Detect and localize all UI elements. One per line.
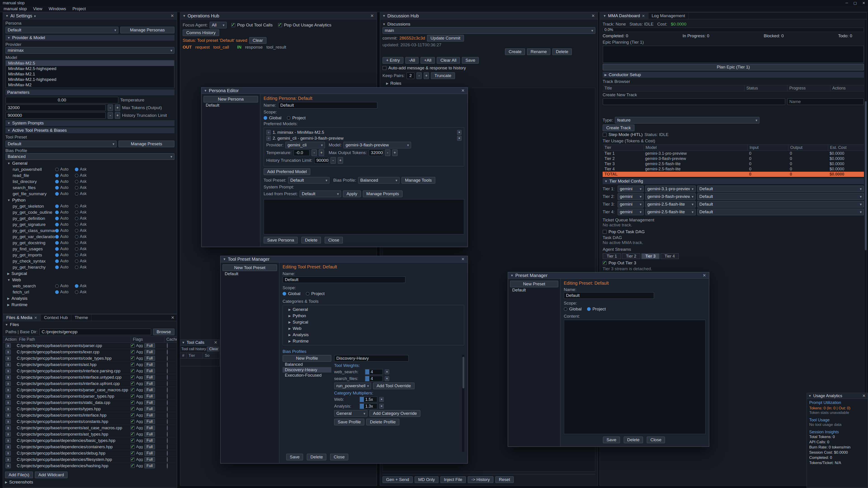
remove-file-button[interactable]: x: [5, 387, 11, 392]
log-kind-response[interactable]: response: [245, 45, 263, 50]
discussion-footer-button[interactable]: Gen + Send: [382, 476, 413, 483]
tier-model-select[interactable]: gemini-2.5-flash-lite: [645, 201, 696, 207]
close-icon[interactable]: [461, 88, 465, 93]
remove-file-button[interactable]: x: [5, 356, 11, 361]
log-kind-tool-call[interactable]: tool_call: [213, 45, 229, 50]
tier-preset-select[interactable]: Default: [697, 208, 864, 215]
increment-button[interactable]: +: [115, 112, 120, 119]
column-header[interactable]: Flags: [131, 337, 164, 342]
scrollbar[interactable]: [462, 355, 464, 452]
persona-select[interactable]: Default: [5, 27, 119, 33]
file-path[interactable]: C:/projects/gencpp/base/components/const…: [17, 419, 131, 424]
menu-item[interactable]: manual slop: [4, 6, 27, 11]
minimize-icon[interactable]: [845, 1, 848, 5]
multiplier-input[interactable]: 1.3x: [360, 403, 377, 409]
auto-radio[interactable]: [55, 217, 59, 220]
remove-file-button[interactable]: x: [5, 368, 11, 373]
log-kind-request[interactable]: request: [195, 45, 210, 50]
remove-file-button[interactable]: x: [5, 375, 11, 380]
scrollbar-thumb[interactable]: [463, 357, 464, 388]
scope-global-radio[interactable]: [283, 292, 286, 295]
full-button[interactable]: Full: [144, 400, 155, 405]
tab-theme[interactable]: Theme: [71, 315, 92, 321]
column-header[interactable]: Model: [643, 145, 747, 151]
agg-checkbox[interactable]: [131, 451, 135, 455]
agg-checkbox[interactable]: [131, 438, 135, 443]
new-profile-button[interactable]: New Profile: [283, 355, 331, 362]
cache-indicator-icon[interactable]: [167, 343, 168, 348]
model-option[interactable]: MiniMax-M2.5: [6, 61, 174, 66]
agg-checkbox[interactable]: [131, 369, 135, 373]
close-icon[interactable]: [170, 13, 175, 18]
full-button[interactable]: Full: [144, 445, 155, 449]
conductor-setup-section-header[interactable]: Conductor Setup: [602, 72, 864, 78]
clear-status-button[interactable]: Clear: [249, 37, 267, 44]
system-prompts-section-header[interactable]: System Prompts: [5, 120, 175, 126]
collapse-icon[interactable]: [183, 14, 186, 18]
bias-profile-select[interactable]: Balanced: [5, 153, 175, 160]
cache-indicator-icon[interactable]: [167, 375, 168, 380]
column-header[interactable]: Actions: [3, 337, 17, 342]
persona-list-item[interactable]: Default: [204, 103, 258, 108]
agg-checkbox[interactable]: [131, 356, 135, 360]
collapse-icon[interactable]: [808, 394, 811, 397]
tier-preset-select[interactable]: Default: [697, 201, 864, 207]
preset-content-textarea[interactable]: [564, 320, 706, 434]
system-prompt-textarea[interactable]: [264, 199, 464, 234]
cache-indicator-icon[interactable]: [167, 438, 168, 443]
auto-radio[interactable]: [55, 223, 59, 226]
tab-context-hub[interactable]: Context Hub: [41, 315, 72, 321]
cache-indicator-icon[interactable]: [167, 463, 168, 468]
full-button[interactable]: Full: [144, 419, 155, 424]
tab-files-media[interactable]: Files & Media: [3, 315, 41, 321]
history-limit-input[interactable]: 900000: [314, 157, 329, 164]
close-icon[interactable]: [461, 257, 465, 262]
drag-handle-icon[interactable]: [266, 136, 271, 141]
discussion-action-button[interactable]: Rename: [527, 48, 550, 55]
apply-button[interactable]: Apply: [343, 191, 361, 197]
tier-provider-select[interactable]: gemini: [618, 208, 644, 215]
category-tree-item[interactable]: General: [285, 306, 462, 313]
auto-radio[interactable]: [55, 265, 59, 269]
ask-radio[interactable]: [75, 284, 79, 288]
column-header[interactable]: #: [180, 353, 186, 358]
discussion-footer-button[interactable]: -> History: [468, 476, 493, 483]
remove-file-button[interactable]: x: [5, 457, 11, 462]
file-path[interactable]: C:/projects/gencpp/base/components/parse…: [17, 394, 131, 399]
ask-radio[interactable]: [75, 180, 79, 184]
tier-model-select[interactable]: gemini-2.5-flash-lite: [645, 208, 696, 215]
profile-list-item[interactable]: Execution-Focused: [283, 372, 331, 378]
new-preset-button[interactable]: New Preset: [510, 281, 558, 287]
file-path[interactable]: C:/projects/gencpp/base/components/types…: [17, 407, 131, 412]
close-icon[interactable]: [862, 393, 866, 398]
pop-out-tool-calls-checkbox[interactable]: [231, 23, 235, 27]
cache-indicator-icon[interactable]: [167, 457, 168, 462]
discussion-footer-button[interactable]: Reset: [495, 476, 514, 483]
delete-persona-button[interactable]: Delete: [301, 237, 321, 243]
full-button[interactable]: Full: [144, 368, 155, 373]
new-persona-button[interactable]: New Persona: [204, 96, 258, 103]
log-direction-in[interactable]: IN: [237, 45, 241, 50]
category-analysis[interactable]: Analysis: [5, 295, 175, 301]
comms-history-button[interactable]: Comms History: [183, 29, 219, 36]
full-button[interactable]: Full: [144, 457, 155, 462]
log-kind-tool-result[interactable]: tool_result: [266, 45, 286, 50]
tool-preset-manager-titlebar[interactable]: Tool Preset Manager: [221, 256, 467, 263]
tier-preset-select[interactable]: Default: [697, 193, 864, 200]
close-icon[interactable]: [702, 273, 707, 278]
tab-mma-dashboard[interactable]: MMA Dashboard: [600, 13, 649, 19]
remove-model-button[interactable]: ×: [457, 130, 462, 135]
auto-radio[interactable]: [55, 253, 59, 257]
temperature-input[interactable]: -0.0: [293, 149, 310, 156]
category-web[interactable]: Web: [5, 277, 175, 283]
remove-file-button[interactable]: x: [5, 400, 11, 405]
drag-strip[interactable]: [360, 404, 364, 409]
update-commit-button[interactable]: Update Commit: [427, 35, 464, 41]
bias-profile-select[interactable]: Balanced: [358, 177, 400, 184]
tool-preset-select[interactable]: Default: [5, 140, 117, 147]
clear-tool-calls-button[interactable]: Clear: [207, 347, 220, 352]
agg-checkbox[interactable]: [131, 407, 135, 411]
menu-item[interactable]: View: [33, 6, 42, 11]
file-path[interactable]: C:/projects/gencpp/base/components/ast_t…: [17, 432, 131, 437]
full-button[interactable]: Full: [144, 381, 155, 386]
